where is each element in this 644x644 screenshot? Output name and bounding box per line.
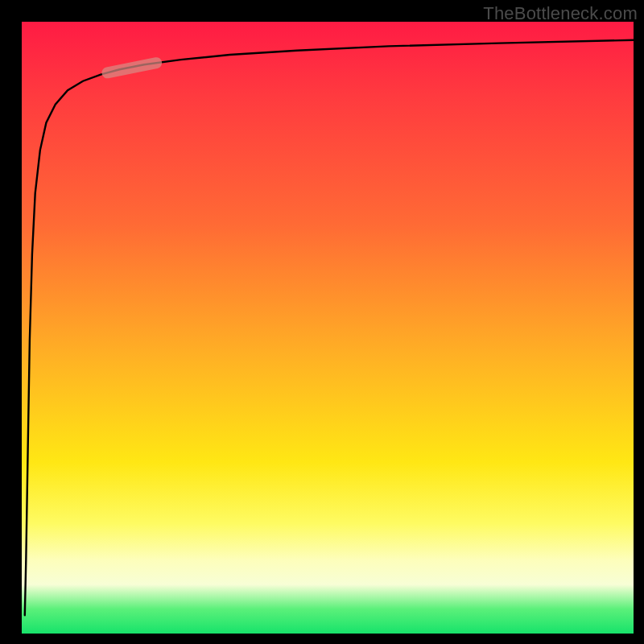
watermark-label: TheBottleneck.com [483,3,638,24]
chart-frame: TheBottleneck.com [0,0,644,644]
chart-plot-area [22,22,634,634]
